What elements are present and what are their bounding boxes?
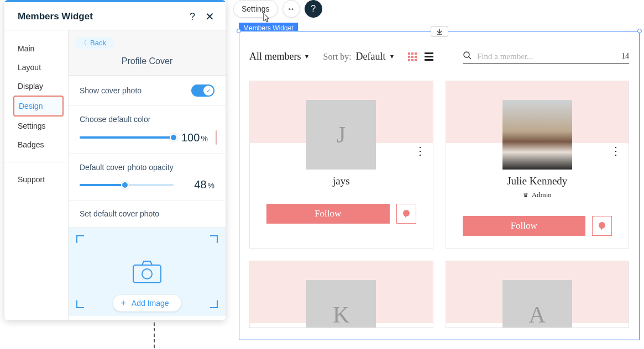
selection-handle[interactable] bbox=[637, 29, 642, 33]
add-image-button[interactable]: + Add Image bbox=[113, 295, 181, 311]
list-view-icon[interactable] bbox=[425, 52, 433, 61]
avatar bbox=[502, 100, 572, 170]
nav-main[interactable]: Main bbox=[4, 39, 68, 58]
show-cover-toggle[interactable]: ✓ bbox=[191, 84, 214, 97]
nav-settings[interactable]: Settings bbox=[4, 117, 68, 135]
search-input[interactable] bbox=[477, 52, 616, 61]
toggle-knob: ✓ bbox=[203, 86, 213, 96]
crown-icon: ♛ bbox=[523, 192, 528, 199]
panel-title: Members Widget bbox=[18, 11, 93, 22]
opacity-label: Default cover photo opacity bbox=[80, 163, 214, 172]
crop-corner bbox=[76, 300, 84, 308]
camera-icon bbox=[132, 260, 162, 284]
member-card[interactable]: A bbox=[446, 261, 630, 328]
slider-thumb[interactable] bbox=[121, 181, 129, 189]
crop-corner bbox=[210, 300, 218, 308]
help-button[interactable]: ? bbox=[305, 0, 322, 18]
back-label: Back bbox=[90, 39, 106, 47]
show-cover-row: Show cover photo ✓ bbox=[69, 76, 226, 106]
follow-button[interactable]: Follow bbox=[266, 204, 390, 224]
choose-color-label: Choose default color bbox=[80, 115, 214, 124]
chat-button[interactable] bbox=[396, 204, 416, 224]
chat-button[interactable] bbox=[592, 216, 612, 236]
opacity-slider[interactable] bbox=[80, 184, 174, 186]
settings-button[interactable]: Settings bbox=[233, 0, 278, 18]
svg-point-4 bbox=[599, 222, 605, 229]
help-icon[interactable]: ? bbox=[190, 12, 195, 22]
avatar: A bbox=[502, 280, 572, 328]
selection-handle[interactable] bbox=[237, 29, 241, 33]
widget-toolbar: Settings ↔ ? bbox=[233, 0, 322, 18]
nav-display[interactable]: Display bbox=[4, 77, 68, 96]
swap-button[interactable]: ↔ bbox=[282, 0, 300, 18]
nav-support[interactable]: Support bbox=[4, 170, 68, 189]
nav-design[interactable]: Design bbox=[13, 96, 64, 117]
search-icon bbox=[463, 51, 472, 61]
nav-divider bbox=[4, 162, 68, 162]
back-button[interactable]: 〈 Back bbox=[75, 37, 114, 49]
opacity-row: Default cover photo opacity 48% bbox=[69, 154, 226, 200]
set-default-label: Set default cover photo bbox=[80, 209, 214, 218]
avatar: K bbox=[306, 280, 376, 328]
widget-inner: All members ▾ Sort by: Default ▾ bbox=[239, 31, 639, 340]
panel-content: 〈 Back Profile Cover Show cover photo ✓ … bbox=[69, 30, 226, 320]
widget-canvas[interactable]: All members ▾ Sort by: Default ▾ bbox=[239, 31, 640, 340]
settings-panel: Members Widget ? ✕ Main Layout Display D… bbox=[4, 0, 226, 320]
widget-bar: All members ▾ Sort by: Default ▾ bbox=[249, 49, 629, 64]
close-icon[interactable]: ✕ bbox=[205, 11, 214, 22]
choose-color-row: Choose default color 100% bbox=[69, 106, 226, 154]
set-default-row: Set default cover photo bbox=[69, 200, 226, 228]
grid-view-icon[interactable] bbox=[408, 52, 417, 61]
crop-corner bbox=[210, 235, 218, 243]
more-icon[interactable]: ⋮ bbox=[610, 147, 621, 154]
cover-photo-picker[interactable]: + Add Image bbox=[69, 228, 226, 316]
panel-header: Members Widget ? ✕ bbox=[4, 2, 226, 30]
follow-button[interactable]: Follow bbox=[463, 216, 586, 236]
slider-thumb[interactable] bbox=[170, 134, 177, 141]
color-slider[interactable] bbox=[80, 136, 174, 139]
member-role: ♛ Admin bbox=[452, 191, 624, 199]
filter-dropdown[interactable]: All members ▾ bbox=[249, 51, 308, 62]
member-name: jays bbox=[255, 175, 427, 187]
svg-rect-0 bbox=[133, 265, 161, 283]
nav-layout[interactable]: Layout bbox=[4, 58, 68, 77]
color-swatch[interactable] bbox=[216, 130, 217, 145]
search-field[interactable]: 14 bbox=[463, 49, 629, 64]
member-card[interactable]: K bbox=[249, 261, 433, 328]
member-grid: J ⋮ jays Follow ⋮ Julie Kennedy bbox=[249, 81, 629, 328]
section-title: Profile Cover bbox=[69, 49, 226, 76]
avatar: J bbox=[306, 100, 376, 170]
member-card[interactable]: J ⋮ jays Follow bbox=[249, 81, 433, 248]
nav-badges[interactable]: Badges bbox=[4, 135, 68, 154]
color-value: 100% bbox=[181, 131, 208, 144]
sort-dropdown[interactable]: Sort by: Default ▾ bbox=[323, 51, 393, 62]
guide-line bbox=[154, 322, 155, 348]
plus-icon: + bbox=[121, 298, 125, 308]
chevron-left-icon: 〈 bbox=[81, 39, 87, 47]
svg-point-1 bbox=[142, 269, 152, 279]
add-image-label: Add Image bbox=[132, 299, 169, 308]
crop-corner bbox=[76, 235, 84, 243]
opacity-value: 48% bbox=[194, 178, 214, 191]
member-name: Julie Kennedy bbox=[452, 175, 624, 187]
show-cover-label: Show cover photo bbox=[80, 86, 142, 95]
svg-point-2 bbox=[464, 52, 469, 57]
member-count: 14 bbox=[621, 52, 629, 61]
collapse-handle[interactable] bbox=[431, 26, 448, 37]
chevron-down-icon: ▾ bbox=[390, 52, 394, 61]
chevron-down-icon: ▾ bbox=[305, 52, 308, 61]
member-card[interactable]: ⋮ Julie Kennedy ♛ Admin Follow bbox=[446, 81, 630, 248]
side-nav: Main Layout Display Design Settings Badg… bbox=[4, 30, 69, 320]
more-icon[interactable]: ⋮ bbox=[415, 147, 425, 154]
svg-point-3 bbox=[403, 210, 410, 216]
